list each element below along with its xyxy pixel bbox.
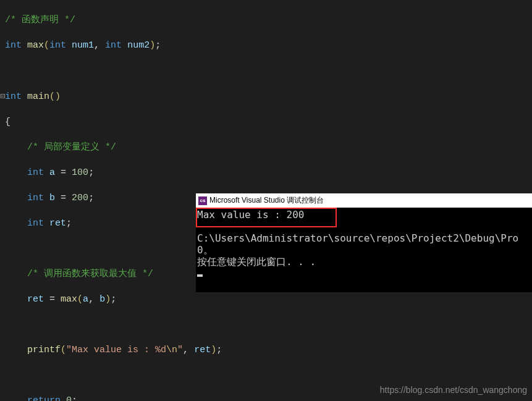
type-kw: int (27, 193, 44, 203)
var: ret (27, 294, 44, 305)
number: 100 (72, 167, 88, 178)
console-line: Max value is : 200 (197, 209, 304, 221)
comment: /* 函数声明 */ (5, 15, 75, 25)
escape: \n (166, 345, 177, 355)
console-line: C:\Users\Administrator\source\repos\Proj… (197, 232, 518, 244)
arg: b (99, 294, 105, 305)
type-kw: int (27, 167, 44, 178)
var: b (49, 193, 55, 203)
string: " (177, 345, 183, 355)
arg: a (83, 294, 88, 305)
console-output: Max value is : 200 C:\Users\Administrato… (196, 208, 532, 281)
console-line: 0。 (197, 244, 213, 256)
fold-icon[interactable]: ⊟ (0, 90, 5, 103)
type-kw: int (105, 40, 122, 51)
param: num1 (66, 40, 94, 51)
func-name: main (27, 91, 49, 102)
arg: ret (194, 345, 211, 355)
type-kw: int (5, 91, 22, 102)
console-line: 按任意键关闭此窗口. . . (197, 256, 316, 268)
console-title-text: Microsoft Visual Studio 调试控制台 (209, 193, 324, 208)
var: ret (49, 218, 66, 229)
func-name: max (27, 40, 44, 51)
console-window[interactable]: cs Microsoft Visual Studio 调试控制台 Max val… (196, 193, 532, 292)
number: 0 (66, 395, 72, 402)
number: 200 (72, 193, 88, 203)
cursor-icon (197, 274, 203, 277)
comment: /* 局部变量定义 */ (27, 142, 116, 153)
func-call: printf (27, 345, 61, 355)
string: "Max value is : %d (66, 345, 166, 355)
type-kw: int (49, 40, 66, 51)
console-titlebar[interactable]: cs Microsoft Visual Studio 调试控制台 (196, 193, 532, 208)
param: num2 (122, 40, 150, 51)
func-call: max (61, 294, 77, 305)
comment: /* 调用函数来获取最大值 */ (27, 269, 153, 279)
type-kw: int (27, 218, 44, 229)
vs-icon: cs (198, 196, 207, 205)
var: a (49, 167, 55, 178)
type-kw: int (5, 40, 22, 51)
keyword: return (27, 395, 61, 402)
